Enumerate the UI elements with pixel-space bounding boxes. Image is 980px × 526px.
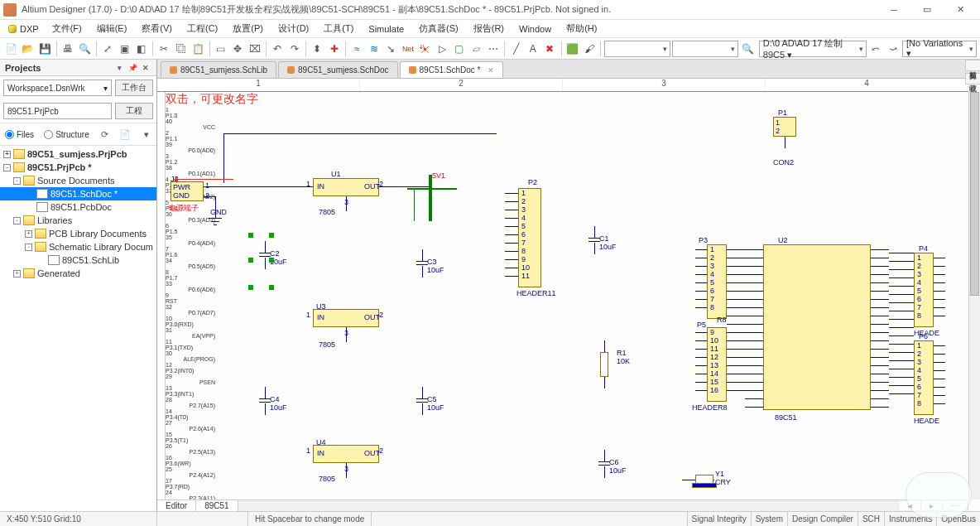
tb-mask[interactable]: 🟩 (564, 40, 580, 58)
tb-variations[interactable]: [No Variations ▾ (902, 41, 977, 57)
tb-bus[interactable]: ≋ (366, 40, 382, 58)
tree-node[interactable]: -Source Documents (0, 174, 156, 187)
panel-close-icon[interactable]: ✕ (140, 62, 151, 74)
menu-reports[interactable]: 报告(R) (467, 20, 511, 37)
workspace-combo[interactable]: Workspace1.DsnWrk▾ (3, 80, 112, 96)
tb-nav-back[interactable]: ⤺ (868, 40, 884, 58)
project-tree[interactable]: +89C51_sumjess.PrjPcb-89C51.PrjPcb *-Sou… (0, 146, 156, 511)
page-icon[interactable]: 📄 (119, 127, 131, 142)
dxp-icon (8, 25, 17, 33)
menu-project[interactable]: 工程(C) (180, 20, 224, 37)
tb-busentry[interactable]: ↘ (383, 40, 399, 58)
menu-simulator[interactable]: 仿真器(S) (412, 20, 465, 37)
tree-node[interactable]: 89C51.PcbDoc (0, 200, 156, 214)
tb-undo[interactable]: ↶ (270, 40, 286, 58)
sb-compiler[interactable]: Design Compiler (787, 512, 858, 526)
tb-zoom-fit[interactable]: ▣ (117, 40, 132, 58)
menu-simulate[interactable]: Simulate (362, 22, 411, 36)
panel-pin-icon[interactable]: 📌 (127, 62, 138, 74)
tb-nav-fwd[interactable]: ⤻ (885, 40, 901, 58)
menu-tools[interactable]: 工具(T) (317, 20, 360, 37)
tb-find[interactable]: 🔍 (740, 40, 756, 58)
tb-path-combo[interactable]: D:\0 AD\AD 17 绘制89C5 ▾ (759, 41, 867, 57)
menu-edit[interactable]: 编辑(E) (90, 20, 134, 37)
menu-file[interactable]: 文件(F) (46, 20, 89, 37)
tb-power[interactable]: ⏧ (417, 40, 433, 58)
radio-files[interactable]: Files (5, 130, 34, 139)
workspace-button[interactable]: 工作台 (115, 80, 153, 96)
tb-part[interactable]: ▷ (435, 40, 450, 58)
tb-paste[interactable]: 📋 (190, 40, 206, 58)
tb-select[interactable]: ▭ (214, 40, 229, 58)
tab-schlib[interactable]: 89C51_sumjess.SchLib (161, 61, 276, 78)
side-favorites[interactable]: 收藏 (965, 73, 980, 84)
tb-copy[interactable]: ⿻ (174, 40, 190, 58)
tb-wire[interactable]: ≈ (349, 40, 365, 58)
tb-hierarchy[interactable]: ⬍ (310, 40, 325, 58)
tb-cut[interactable]: ✂ (156, 40, 172, 58)
mascot-icon (906, 472, 972, 518)
sb-signal[interactable]: Signal Integrity (687, 512, 751, 526)
side-clipboard[interactable]: 剪贴板 (965, 60, 980, 71)
sb-system[interactable]: System (751, 512, 787, 526)
maximize-button[interactable]: ▭ (910, 1, 944, 19)
dxp-menu[interactable]: DXP (3, 22, 44, 36)
tb-new[interactable]: 📄 (3, 40, 19, 58)
tb-deselect[interactable]: ⌧ (247, 40, 263, 58)
panel-title: Projects ▾ 📌 ✕ (0, 60, 156, 76)
radio-structure[interactable]: Structure (44, 130, 89, 139)
tree-node[interactable]: -Libraries (0, 214, 156, 227)
tb-redo[interactable]: ↷ (287, 40, 303, 58)
tb-more[interactable]: ⋯ (485, 40, 501, 58)
tab-schdoc2[interactable]: 89C51.SchDoc *✕ (400, 61, 503, 78)
tb-sheet[interactable]: ▢ (451, 40, 467, 58)
refresh-icon[interactable]: ⟳ (99, 127, 110, 142)
projects-panel: Projects ▾ 📌 ✕ Workspace1.DsnWrk▾ 工作台 89… (0, 60, 157, 511)
project-button[interactable]: 工程 (115, 103, 153, 119)
tb-cross[interactable]: ✚ (327, 40, 343, 58)
scrollbar-vertical[interactable] (968, 92, 980, 499)
tb-zoom-sel[interactable]: ◧ (134, 40, 150, 58)
sheet-tab[interactable]: 89C51 (196, 500, 238, 511)
toolbar: 📄 📂 💾 🖶 🔍 ⤢ ▣ ◧ ✂ ⿻ 📋 ▭ ✥ ⌧ ↶ ↷ ⬍ ✚ ≈ ≋ … (0, 38, 980, 60)
tb-zoom-region[interactable]: ⤢ (99, 40, 115, 58)
tb-open[interactable]: 📂 (21, 40, 36, 58)
menu-view[interactable]: 察看(V) (135, 20, 179, 37)
editor-tab[interactable]: Editor (157, 500, 196, 511)
minimize-button[interactable]: ─ (877, 1, 910, 19)
tb-netlabel[interactable]: Net (401, 40, 416, 58)
tb-combo2[interactable] (672, 41, 738, 57)
options-icon[interactable]: ▾ (141, 127, 151, 142)
menu-place[interactable]: 放置(P) (226, 20, 270, 37)
tree-node[interactable]: 89C51.SchLib (0, 253, 156, 267)
tb-text[interactable]: A (525, 40, 540, 58)
tb-move[interactable]: ✥ (230, 40, 246, 58)
tree-node[interactable]: -89C51.PrjPcb * (0, 161, 156, 174)
menu-help[interactable]: 帮助(H) (560, 20, 603, 37)
menu-design[interactable]: 设计(D) (271, 20, 315, 37)
tb-line[interactable]: ╱ (508, 40, 524, 58)
tab-schdoc1[interactable]: 89C51_sumjess.SchDoc (278, 61, 398, 78)
schematic-sheet[interactable]: J3PWRGND12电源端子GND双击，可更改名字U1INOUT12378055… (166, 92, 968, 499)
project-field[interactable]: 89C51.PrjPcb (3, 103, 112, 119)
tb-combo1[interactable] (604, 41, 670, 57)
tree-node[interactable]: +Generated (0, 267, 156, 280)
sb-sch[interactable]: SCH (858, 512, 884, 526)
tb-save[interactable]: 💾 (37, 40, 53, 58)
tb-x[interactable]: ✖ (542, 40, 558, 58)
tree-node[interactable]: +PCB Library Documents (0, 227, 156, 240)
tree-node[interactable]: 89C51.SchDoc * (0, 187, 156, 200)
close-button[interactable]: ✕ (944, 1, 977, 19)
tb-brush[interactable]: 🖌 (582, 40, 598, 58)
tb-print[interactable]: 🖶 (60, 40, 76, 58)
tb-preview[interactable]: 🔍 (77, 40, 93, 58)
doc-tabs: 89C51_sumjess.SchLib 89C51_sumjess.SchDo… (157, 60, 980, 78)
tab-close-icon[interactable]: ✕ (488, 66, 494, 75)
tb-port[interactable]: ▱ (468, 40, 484, 58)
panel-menu-icon[interactable]: ▾ (113, 62, 125, 74)
panel-title-text: Projects (5, 63, 41, 73)
schematic-canvas[interactable]: 1234 J3PWRGND12电源端子GND双击，可更改名字U1INOUT123… (157, 78, 980, 511)
menu-window[interactable]: Window (512, 22, 558, 36)
tree-node[interactable]: -Schematic Library Docum (0, 240, 156, 253)
tree-node[interactable]: +89C51_sumjess.PrjPcb (0, 147, 156, 161)
